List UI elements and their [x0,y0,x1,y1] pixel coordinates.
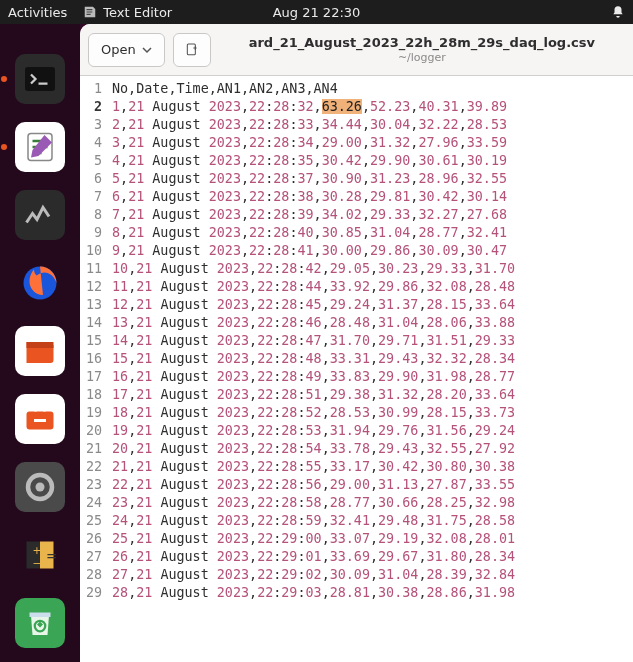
code-line: 2524,21 August 2023,22:28:59,32.41,29.48… [80,512,633,530]
line-content: 24,21 August 2023,22:28:59,32.41,29.48,3… [108,512,515,530]
running-indicator [1,76,7,82]
svg-point-6 [36,483,45,492]
line-content: 20,21 August 2023,22:28:54,33.78,29.43,3… [108,440,515,458]
line-content: 18,21 August 2023,22:28:52,28.53,30.99,2… [108,404,515,422]
line-content: 3,21 August 2023,22:28:34,29.00,31.32,27… [108,134,507,152]
running-indicator [1,144,7,150]
gnome-top-panel: Activities Text Editor Aug 21 22:30 [0,0,633,24]
code-line: 98,21 August 2023,22:28:40,30.85,31.04,2… [80,224,633,242]
line-content: 8,21 August 2023,22:28:40,30.85,31.04,28… [108,224,507,242]
line-number: 14 [80,314,108,332]
file-path: ~/logger [219,51,625,64]
line-number: 2 [80,98,108,116]
line-content: 2,21 August 2023,22:28:33,34.44,30.04,32… [108,116,507,134]
code-line: 54,21 August 2023,22:28:35,30.42,29.90,3… [80,152,633,170]
line-number: 25 [80,512,108,530]
code-line: 32,21 August 2023,22:28:33,34.44,30.04,3… [80,116,633,134]
code-line: 1615,21 August 2023,22:28:48,33.31,29.43… [80,350,633,368]
code-line: 1312,21 August 2023,22:28:45,29.24,31.37… [80,296,633,314]
code-line: 2928,21 August 2023,22:29:03,28.81,30.38… [80,584,633,602]
dock-files[interactable] [15,326,65,376]
line-content: 11,21 August 2023,22:28:44,33.92,29.86,3… [108,278,515,296]
line-content: 6,21 August 2023,22:28:38,30.28,29.81,30… [108,188,507,206]
line-content: 13,21 August 2023,22:28:46,28.48,31.04,2… [108,314,515,332]
line-content: No,Date,Time,AN1,AN2,AN3,AN4 [108,80,338,98]
svg-rect-14 [187,44,195,55]
line-number: 20 [80,422,108,440]
clock[interactable]: Aug 21 22:30 [273,5,361,20]
line-number: 16 [80,350,108,368]
line-number: 29 [80,584,108,602]
code-line: 2019,21 August 2023,22:28:53,31.94,29.76… [80,422,633,440]
line-number: 27 [80,548,108,566]
code-line: 1817,21 August 2023,22:28:51,29.38,31.32… [80,386,633,404]
app-menu[interactable]: Text Editor [83,5,172,20]
text-area[interactable]: 1No,Date,Time,AN1,AN2,AN3,AN421,21 Augus… [80,76,633,662]
dock-trash[interactable] [15,598,65,648]
line-content: 28,21 August 2023,22:29:03,28.81,30.38,2… [108,584,515,602]
line-number: 12 [80,278,108,296]
dock-terminal[interactable] [15,54,65,104]
line-content: 15,21 August 2023,22:28:48,33.31,29.43,3… [108,350,515,368]
line-content: 10,21 August 2023,22:28:42,29.05,30.23,2… [108,260,515,278]
code-line: 2322,21 August 2023,22:28:56,29.00,31.13… [80,476,633,494]
dock-system-monitor[interactable] [15,190,65,240]
selection: 63.26 [322,99,362,114]
code-line: 1514,21 August 2023,22:28:47,31.70,29.71… [80,332,633,350]
dock-calculator[interactable]: +−= [15,530,65,580]
code-line: 2423,21 August 2023,22:28:58,28.77,30.66… [80,494,633,512]
svg-rect-12 [30,613,51,618]
line-number: 28 [80,566,108,584]
code-line: 2827,21 August 2023,22:29:02,30.09,31.04… [80,566,633,584]
code-line: 109,21 August 2023,22:28:41,30.00,29.86,… [80,242,633,260]
gedit-window: Open ard_21_August_2023_22h_28m_29s_daq_… [80,24,633,662]
dock-settings[interactable] [15,462,65,512]
open-button[interactable]: Open [88,33,165,67]
line-number: 23 [80,476,108,494]
line-content: 14,21 August 2023,22:28:47,31.70,29.71,3… [108,332,515,350]
code-line: 2120,21 August 2023,22:28:54,33.78,29.43… [80,440,633,458]
code-line: 2625,21 August 2023,22:29:00,33.07,29.19… [80,530,633,548]
line-content: 12,21 August 2023,22:28:45,29.24,31.37,2… [108,296,515,314]
line-number: 15 [80,332,108,350]
dock-software[interactable] [15,394,65,444]
activities-button[interactable]: Activities [8,5,67,20]
line-number: 11 [80,260,108,278]
code-line: 2221,21 August 2023,22:28:55,33.17,30.42… [80,458,633,476]
line-content: 5,21 August 2023,22:28:37,30.90,31.23,28… [108,170,507,188]
line-content: 1,21 August 2023,22:28:32,63.26,52.23,40… [108,98,507,116]
code-line: 87,21 August 2023,22:28:39,34.02,29.33,3… [80,206,633,224]
line-content: 17,21 August 2023,22:28:51,29.38,31.32,2… [108,386,515,404]
code-line: 43,21 August 2023,22:28:34,29.00,31.32,2… [80,134,633,152]
svg-text:=: = [46,548,57,564]
line-content: 23,21 August 2023,22:28:58,28.77,30.66,2… [108,494,515,512]
code-line: 1211,21 August 2023,22:28:44,33.92,29.86… [80,278,633,296]
dock-text-editor[interactable] [15,122,65,172]
svg-rect-0 [25,67,55,91]
code-line: 76,21 August 2023,22:28:38,30.28,29.81,3… [80,188,633,206]
svg-rect-3 [27,342,54,348]
line-number: 10 [80,242,108,260]
line-content: 21,21 August 2023,22:28:55,33.17,30.42,3… [108,458,515,476]
code-line: 1110,21 August 2023,22:28:42,29.05,30.23… [80,260,633,278]
code-line: 1918,21 August 2023,22:28:52,28.53,30.99… [80,404,633,422]
code-line: 1No,Date,Time,AN1,AN2,AN3,AN4 [80,80,633,98]
line-number: 26 [80,530,108,548]
new-document-icon [184,42,200,58]
dock-firefox[interactable] [15,258,65,308]
line-number: 5 [80,152,108,170]
line-number: 1 [80,80,108,98]
line-number: 22 [80,458,108,476]
file-name: ard_21_August_2023_22h_28m_29s_daq_log.c… [219,35,625,51]
svg-text:−: − [33,557,42,569]
line-content: 19,21 August 2023,22:28:53,31.94,29.76,3… [108,422,515,440]
ubuntu-dock: +−= [0,24,80,662]
new-tab-button[interactable] [173,33,211,67]
line-number: 8 [80,206,108,224]
line-number: 21 [80,440,108,458]
code-line: 1716,21 August 2023,22:28:49,33.83,29.90… [80,368,633,386]
bell-icon[interactable] [611,5,625,19]
line-number: 24 [80,494,108,512]
svg-text:+: + [33,544,42,556]
line-number: 6 [80,170,108,188]
